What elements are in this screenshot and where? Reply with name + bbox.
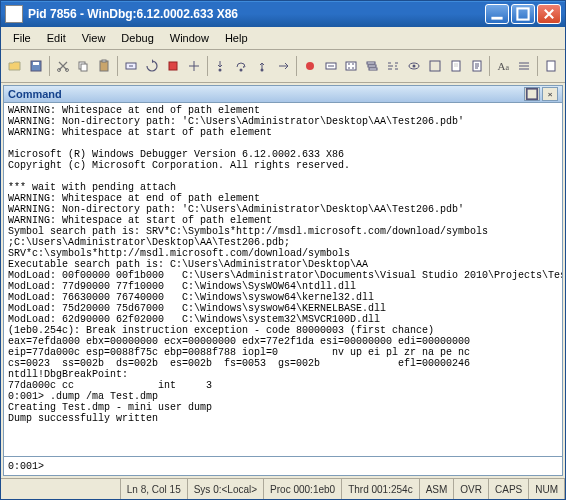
- tool-paste[interactable]: [94, 55, 114, 77]
- breakpoint-icon: [303, 59, 317, 73]
- status-sys: Sys 0:<Local>: [188, 479, 264, 499]
- command-input[interactable]: [48, 460, 562, 473]
- command-prompt: 0:001>: [4, 461, 48, 472]
- tool-disasm[interactable]: [383, 55, 403, 77]
- document-icon: [544, 59, 558, 73]
- minimize-button[interactable]: [485, 4, 509, 24]
- svg-rect-9: [102, 60, 106, 62]
- statusbar: Ln 8, Col 15 Sys 0:<Local> Proc 000:1eb0…: [1, 478, 565, 499]
- svg-point-14: [261, 69, 264, 72]
- status-ovr: OVR: [454, 479, 489, 499]
- tool-call-stack[interactable]: [362, 55, 382, 77]
- toolbar-sep-5: [489, 56, 490, 76]
- tool-open[interactable]: [5, 55, 25, 77]
- menubar: File Edit View Debug Window Help: [1, 27, 565, 50]
- menu-file[interactable]: File: [5, 30, 39, 46]
- tool-cut[interactable]: [53, 55, 73, 77]
- source-icon: [470, 59, 484, 73]
- maximize-icon: [516, 7, 530, 21]
- status-ln-col: Ln 8, Col 15: [121, 479, 188, 499]
- restart-icon: [145, 59, 159, 73]
- tool-go[interactable]: [121, 55, 141, 77]
- pane-dock-button[interactable]: [524, 87, 540, 101]
- callstack-icon: [365, 59, 379, 73]
- watch-icon: [407, 59, 421, 73]
- tool-step-out[interactable]: [252, 55, 272, 77]
- tool-stop[interactable]: [163, 55, 183, 77]
- copy-icon: [76, 59, 90, 73]
- step-over-icon: [234, 59, 248, 73]
- command-titlebar[interactable]: Command ×: [4, 86, 562, 103]
- tool-break[interactable]: [184, 55, 204, 77]
- svg-point-15: [306, 62, 314, 70]
- menu-edit[interactable]: Edit: [39, 30, 74, 46]
- tool-run-to-cursor[interactable]: [273, 55, 293, 77]
- toolbar: Aa: [1, 50, 565, 83]
- svg-point-22: [412, 65, 415, 68]
- svg-rect-26: [547, 61, 555, 71]
- tool-restart[interactable]: [142, 55, 162, 77]
- status-thrd: Thrd 001:254c: [342, 479, 420, 499]
- font-icon: Aa: [498, 60, 510, 72]
- cut-icon: [56, 59, 70, 73]
- step-out-icon: [255, 59, 269, 73]
- svg-rect-20: [369, 68, 377, 70]
- scratch-icon: [449, 59, 463, 73]
- command-input-row: 0:001>: [4, 456, 562, 475]
- command-output[interactable]: WARNING: Whitespace at end of path eleme…: [4, 103, 562, 456]
- dock-icon: [525, 87, 539, 101]
- memory-icon: [344, 59, 358, 73]
- command-window: Command × WARNING: Whitespace at end of …: [3, 85, 563, 476]
- status-caps: CAPS: [489, 479, 529, 499]
- pane-close-button[interactable]: ×: [542, 87, 558, 101]
- toolbar-sep-2: [117, 56, 118, 76]
- menu-view[interactable]: View: [74, 30, 114, 46]
- svg-rect-19: [368, 65, 376, 67]
- break-icon: [187, 59, 201, 73]
- step-into-icon: [213, 59, 227, 73]
- tool-scratch[interactable]: [446, 55, 466, 77]
- cursor-icon: [276, 59, 290, 73]
- menu-window[interactable]: Window: [162, 30, 217, 46]
- disasm-icon: [386, 59, 400, 73]
- menu-debug[interactable]: Debug: [113, 30, 161, 46]
- maximize-button[interactable]: [511, 4, 535, 24]
- tool-copy[interactable]: [73, 55, 93, 77]
- svg-rect-7: [81, 64, 87, 71]
- stop-icon: [166, 59, 180, 73]
- close-button[interactable]: [537, 4, 561, 24]
- svg-rect-3: [33, 62, 39, 65]
- titlebar[interactable]: Pid 7856 - WinDbg:6.12.0002.633 X86: [1, 1, 565, 27]
- tool-source-mode[interactable]: [541, 55, 561, 77]
- tool-options[interactable]: [514, 55, 534, 77]
- toolbar-sep-3: [207, 56, 208, 76]
- tool-step-into[interactable]: [210, 55, 230, 77]
- tool-font[interactable]: Aa: [493, 55, 513, 77]
- status-num: NUM: [529, 479, 565, 499]
- tool-watch[interactable]: [404, 55, 424, 77]
- tool-registers[interactable]: [321, 55, 341, 77]
- go-icon: [124, 59, 138, 73]
- svg-rect-0: [491, 17, 502, 20]
- tool-locals[interactable]: [425, 55, 445, 77]
- window-title: Pid 7856 - WinDbg:6.12.0002.633 X86: [28, 7, 485, 21]
- menu-help[interactable]: Help: [217, 30, 256, 46]
- close-icon: [542, 7, 556, 21]
- tool-save[interactable]: [26, 55, 46, 77]
- minimize-icon: [490, 7, 504, 21]
- tool-memory[interactable]: [341, 55, 361, 77]
- options-icon: [517, 59, 531, 73]
- tool-breakpoint[interactable]: [300, 55, 320, 77]
- tool-source[interactable]: [467, 55, 487, 77]
- svg-rect-18: [367, 62, 375, 64]
- status-message: [1, 479, 121, 499]
- svg-rect-1: [517, 8, 528, 19]
- registers-icon: [324, 59, 338, 73]
- svg-rect-17: [346, 62, 356, 70]
- status-proc: Proc 000:1eb0: [264, 479, 342, 499]
- save-icon: [29, 59, 43, 73]
- main-window: Pid 7856 - WinDbg:6.12.0002.633 X86 File…: [0, 0, 566, 500]
- svg-point-12: [219, 69, 222, 72]
- toolbar-sep-6: [537, 56, 538, 76]
- tool-step-over[interactable]: [231, 55, 251, 77]
